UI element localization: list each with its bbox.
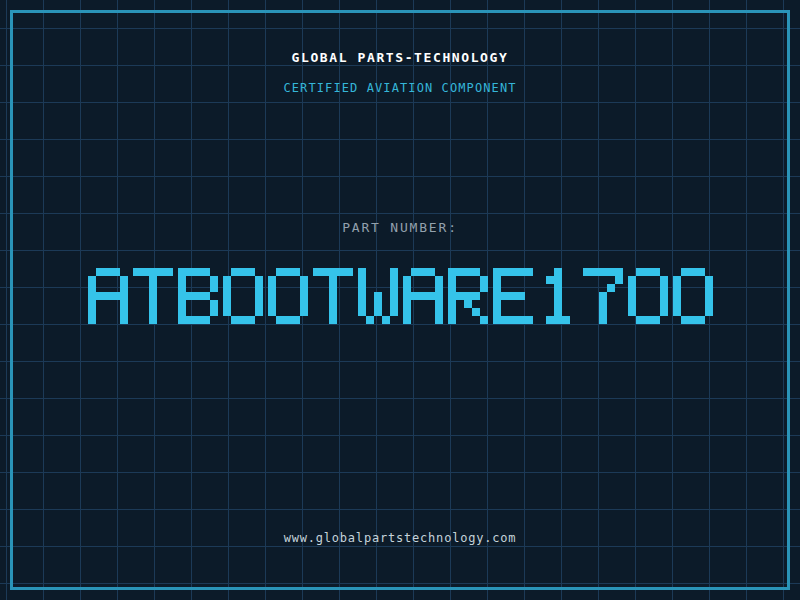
part-number-char [178, 268, 218, 324]
company-title: GLOBAL PARTS-TECHNOLOGY [0, 50, 800, 65]
certification-subtitle: CERTIFIED AVIATION COMPONENT [0, 81, 800, 95]
part-number-char [403, 268, 443, 324]
part-number-char [583, 268, 623, 324]
blueprint-page: GLOBAL PARTS-TECHNOLOGY CERTIFIED AVIATI… [0, 0, 800, 600]
website-url: www.globalpartstechnology.com [0, 531, 800, 545]
part-number-char [313, 268, 353, 324]
part-number-char [223, 268, 263, 324]
part-number-char [493, 268, 533, 324]
part-number-char [628, 268, 668, 324]
part-number-char [88, 268, 128, 324]
part-number-char [448, 268, 488, 324]
part-number-char [673, 268, 713, 324]
part-number-display [0, 268, 800, 324]
part-number-char [538, 268, 578, 324]
part-number-char [268, 268, 308, 324]
part-number-char [133, 268, 173, 324]
part-number-char [358, 268, 398, 324]
part-number-label: PART NUMBER: [0, 220, 800, 235]
